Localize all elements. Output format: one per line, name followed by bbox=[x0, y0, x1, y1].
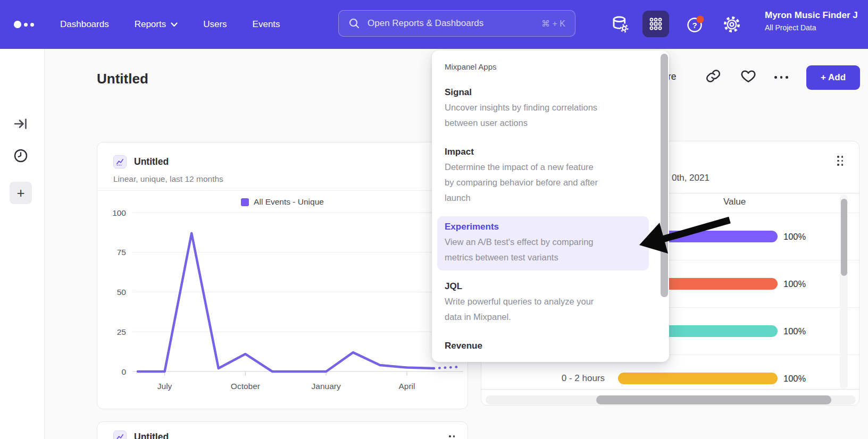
notification-dot bbox=[697, 16, 704, 23]
dropdown-scrollbar-thumb[interactable] bbox=[661, 54, 668, 297]
apps-menu-button[interactable] bbox=[642, 11, 669, 37]
mixpanel-logo-icon[interactable] bbox=[14, 21, 34, 28]
svg-text:October: October bbox=[231, 382, 260, 391]
app-item-description: View an A/B test's effect by comparing m… bbox=[445, 234, 641, 265]
row-label: 0 - 2 hours bbox=[481, 373, 618, 384]
nav-dashboards[interactable]: Dashboards bbox=[60, 19, 109, 30]
search-icon bbox=[348, 18, 360, 29]
search-shortcut: ⌘ + K bbox=[541, 19, 565, 29]
help-button[interactable]: ? bbox=[684, 0, 707, 49]
chevron-down-icon bbox=[171, 22, 178, 27]
page-title[interactable]: Untitled bbox=[97, 71, 148, 87]
bottom-card-title[interactable]: Untitled bbox=[134, 432, 169, 439]
line-chart-svg: 0255075100JulyOctoberJanuaryApril bbox=[97, 142, 469, 410]
apps-menu-item-revenue[interactable]: Revenue bbox=[437, 335, 649, 359]
card-drag-handle-icon[interactable] bbox=[837, 156, 844, 166]
svg-text:July: July bbox=[157, 382, 172, 391]
value-percent: 100% bbox=[783, 374, 806, 384]
value-column-header: Value bbox=[692, 197, 777, 207]
horizontal-scrollbar-thumb[interactable] bbox=[596, 395, 831, 404]
nav-reports[interactable]: Reports bbox=[135, 19, 178, 30]
plus-icon: + bbox=[16, 186, 24, 200]
svg-text:January: January bbox=[312, 382, 341, 391]
clock-icon bbox=[13, 148, 28, 163]
svg-text:April: April bbox=[398, 382, 415, 391]
date-range-partial: 0th, 2021 bbox=[672, 173, 710, 183]
apps-menu-item-signal[interactable]: SignalUncover insights by finding correl… bbox=[437, 82, 649, 136]
nav-dashboards-label: Dashboards bbox=[60, 19, 109, 30]
svg-text:0: 0 bbox=[121, 367, 126, 376]
apps-grid-icon bbox=[648, 16, 664, 32]
card-drag-handle-icon[interactable] bbox=[449, 435, 455, 439]
svg-text:100: 100 bbox=[112, 208, 126, 217]
data-management-button[interactable] bbox=[610, 0, 631, 49]
search-placeholder: Open Reports & Dashboards bbox=[368, 18, 534, 29]
account-menu[interactable]: Myron Music Finder J All Project Data bbox=[765, 10, 868, 32]
horizontal-scrollbar bbox=[486, 395, 856, 404]
add-button[interactable]: + Add bbox=[806, 65, 860, 90]
project-name: All Project Data bbox=[765, 23, 868, 32]
share-button-partial[interactable]: re bbox=[668, 71, 677, 82]
app-item-title: Signal bbox=[445, 87, 641, 98]
svg-text:50: 50 bbox=[117, 288, 127, 297]
copy-link-button[interactable] bbox=[705, 68, 721, 84]
add-board-button[interactable]: + bbox=[10, 182, 32, 204]
app-item-description: Determine the impact of a new feature by… bbox=[445, 159, 641, 206]
global-search-input[interactable]: Open Reports & Dashboards ⌘ + K bbox=[338, 10, 575, 37]
expand-arrow-icon bbox=[14, 117, 28, 130]
recent-history-button[interactable] bbox=[10, 145, 32, 167]
svg-text:25: 25 bbox=[117, 327, 126, 336]
help-question-icon: ? bbox=[684, 13, 707, 36]
heart-icon bbox=[740, 68, 756, 84]
insights-report-icon bbox=[113, 430, 127, 439]
app-item-title: JQL bbox=[445, 281, 641, 292]
settings-button[interactable] bbox=[721, 0, 742, 49]
user-name: Myron Music Finder J bbox=[765, 10, 868, 21]
main-nav: Dashboards Reports Users Events bbox=[60, 0, 280, 49]
app-item-title: Impact bbox=[445, 147, 641, 157]
value-percent: 100% bbox=[783, 326, 806, 336]
svg-text:?: ? bbox=[692, 21, 697, 30]
value-percent: 100% bbox=[783, 279, 806, 289]
value-percent: 100% bbox=[783, 232, 806, 242]
table-bottom-border bbox=[481, 389, 859, 390]
vertical-scrollbar-thumb[interactable] bbox=[841, 199, 847, 276]
apps-dropdown-panel: Mixpanel Apps SignalUncover insights by … bbox=[432, 50, 669, 362]
nav-reports-label: Reports bbox=[135, 19, 166, 30]
report-card-line-chart: Untitled Linear, unique, last 12 months … bbox=[97, 142, 468, 409]
ellipsis-icon bbox=[774, 76, 788, 79]
nav-events-label: Events bbox=[253, 19, 280, 30]
gear-icon bbox=[721, 14, 742, 35]
database-gear-icon bbox=[610, 14, 631, 35]
svg-text:75: 75 bbox=[117, 248, 126, 257]
app-item-title: Revenue bbox=[445, 341, 641, 351]
vertical-scrollbar bbox=[840, 195, 848, 389]
report-card-bottom: Untitled bbox=[97, 421, 468, 439]
nav-users-label: Users bbox=[203, 19, 227, 30]
left-sidebar: + bbox=[0, 49, 45, 439]
apps-menu-header: Mixpanel Apps bbox=[445, 62, 656, 71]
app-item-description: Uncover insights by finding correlations… bbox=[445, 100, 641, 131]
value-bar bbox=[618, 373, 778, 384]
apps-menu-item-experiments[interactable]: ExperimentsView an A/B test's effect by … bbox=[437, 216, 649, 271]
app-item-description: Write powerful queries to analyze your d… bbox=[445, 294, 641, 325]
app-item-title: Experiments bbox=[445, 222, 641, 232]
nav-events[interactable]: Events bbox=[253, 19, 280, 30]
top-navigation-bar: Dashboards Reports Users Events Open Rep… bbox=[0, 0, 868, 49]
apps-menu-item-impact[interactable]: ImpactDetermine the impact of a new feat… bbox=[437, 141, 649, 211]
more-options-button[interactable] bbox=[774, 76, 788, 79]
favorite-button[interactable] bbox=[740, 68, 756, 84]
link-icon bbox=[705, 68, 721, 84]
expand-sidebar-button[interactable] bbox=[10, 113, 32, 135]
nav-users[interactable]: Users bbox=[203, 19, 227, 30]
apps-menu-item-jql[interactable]: JQLWrite powerful queries to analyze you… bbox=[437, 276, 649, 330]
